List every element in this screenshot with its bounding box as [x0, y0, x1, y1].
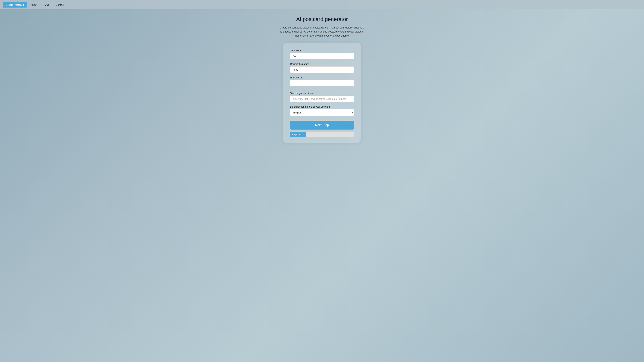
language-select[interactable]: English Spanish French German Italian Po… [290, 109, 354, 116]
page-description: Create personalized vacation postcards w… [278, 26, 366, 38]
language-group: Language for the text of your postcard E… [290, 105, 354, 116]
tone-input[interactable] [290, 95, 354, 102]
your-name-input[interactable] [290, 53, 354, 59]
progress-label: Step 1 / 4 [292, 133, 302, 136]
relationship-group: Relationship [290, 76, 354, 86]
recipient-name-input[interactable] [290, 66, 354, 73]
language-label: Language for the text of your postcard [290, 105, 354, 108]
progress-fill: Step 1 / 4 [290, 132, 306, 137]
navigation: Create Postcard About FAQ Contact [0, 0, 644, 9]
tone-label: Tone for your postcard: [290, 92, 354, 94]
progress-bar-container: Step 1 / 4 [290, 132, 354, 137]
nav-about[interactable]: About [28, 2, 40, 7]
relationship-input[interactable] [290, 80, 354, 86]
your-name-label: Your name: [290, 49, 354, 52]
recipient-name-label: Recipient's name: [290, 63, 354, 65]
main-content: AI postcard generator Create personalize… [0, 9, 644, 153]
your-name-group: Your name: [290, 49, 354, 59]
form-card: Your name: Recipient's name: Relationshi… [284, 43, 360, 143]
next-step-button[interactable]: Next Step [290, 121, 354, 130]
recipient-name-group: Recipient's name: [290, 63, 354, 73]
nav-contact[interactable]: Contact [53, 2, 68, 7]
nav-create-postcard[interactable]: Create Postcard [3, 2, 27, 7]
relationship-label: Relationship [290, 76, 354, 79]
tone-group: Tone for your postcard: [290, 92, 354, 102]
nav-faq[interactable]: FAQ [41, 2, 52, 7]
page-title: AI postcard generator [296, 16, 348, 22]
